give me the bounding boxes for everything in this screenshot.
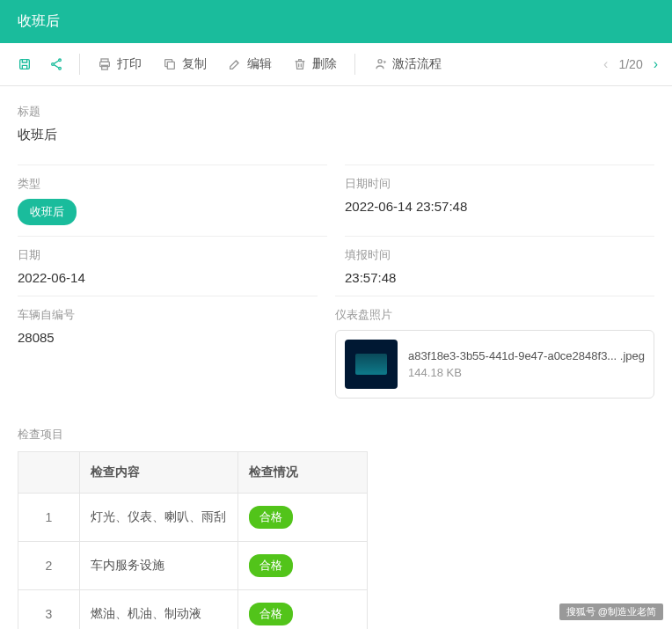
checklist-table: 检查内容 检查情况 1 灯光、仪表、喇叭、雨刮 合格 2 车内服务设施 合格 3… xyxy=(18,451,368,629)
table-header-status: 检查情况 xyxy=(238,452,368,494)
field-vehicle-no: 车辆自编号 28085 xyxy=(18,296,318,409)
field-type: 类型 收班后 xyxy=(18,165,327,236)
row-content: 车内服务设施 xyxy=(80,542,238,590)
checklist-title: 检查项目 xyxy=(18,427,654,442)
row-status: 合格 xyxy=(238,542,368,590)
row-index: 2 xyxy=(18,542,80,590)
toolbar-divider xyxy=(354,54,355,75)
activate-button[interactable]: 激活流程 xyxy=(364,51,450,77)
save-icon-button[interactable] xyxy=(11,50,39,78)
svg-rect-7 xyxy=(167,62,174,69)
print-icon xyxy=(98,57,112,71)
copy-button[interactable]: 复制 xyxy=(154,51,215,77)
next-page-button[interactable]: › xyxy=(650,53,661,76)
field-report-time: 填报时间 23:57:48 xyxy=(345,236,654,296)
svg-point-8 xyxy=(378,60,382,63)
page-title: 收班后 xyxy=(18,13,60,28)
file-thumbnail xyxy=(345,340,398,389)
svg-point-3 xyxy=(59,67,62,69)
page-header: 收班后 xyxy=(0,0,672,43)
file-name: a83f18e3-3b55-441d-9e47-a0ce2848f3... .j… xyxy=(408,349,645,362)
delete-button[interactable]: 删除 xyxy=(284,51,346,77)
field-title: 标题 收班后 xyxy=(18,104,654,143)
field-value: 28085 xyxy=(18,330,318,345)
field-label: 类型 xyxy=(18,176,327,192)
field-label: 仪表盘照片 xyxy=(335,307,654,323)
delete-icon xyxy=(293,57,307,71)
edit-button[interactable]: 编辑 xyxy=(219,51,281,77)
table-header-index xyxy=(18,452,80,494)
status-badge: 合格 xyxy=(249,603,293,625)
print-button[interactable]: 打印 xyxy=(89,51,150,77)
table-header-content: 检查内容 xyxy=(80,452,238,494)
row-index: 3 xyxy=(18,590,80,630)
file-attachment[interactable]: a83f18e3-3b55-441d-9e47-a0ce2848f3... .j… xyxy=(335,330,654,399)
file-size: 144.18 KB xyxy=(408,366,645,379)
field-photo: 仪表盘照片 a83f18e3-3b55-441d-9e47-a0ce2848f3… xyxy=(335,296,654,409)
table-row: 1 灯光、仪表、喇叭、雨刮 合格 xyxy=(18,494,368,542)
field-value: 收班后 xyxy=(18,127,654,143)
field-value: 2022-06-14 23:57:48 xyxy=(345,199,654,214)
share-icon-button[interactable] xyxy=(42,50,70,78)
toolbar: 打印 复制 编辑 删除 激活流程 ‹ 1/20 › xyxy=(0,43,672,86)
field-label: 标题 xyxy=(18,104,654,120)
table-row: 2 车内服务设施 合格 xyxy=(18,542,368,590)
copy-icon xyxy=(163,57,177,71)
field-datetime: 日期时间 2022-06-14 23:57:48 xyxy=(345,165,654,236)
svg-point-2 xyxy=(52,63,55,66)
activate-icon xyxy=(373,57,387,71)
toolbar-divider xyxy=(79,54,80,75)
row-status: 合格 xyxy=(238,590,368,630)
field-date: 日期 2022-06-14 xyxy=(18,236,327,296)
prev-page-button[interactable]: ‹ xyxy=(600,53,611,76)
field-value: 2022-06-14 xyxy=(18,270,327,285)
row-content: 燃油、机油、制动液 xyxy=(80,590,238,630)
pagination-text: 1/20 xyxy=(618,57,642,71)
content-area: 标题 收班后 类型 收班后 日期时间 2022-06-14 23:57:48 日… xyxy=(0,86,672,629)
watermark: 搜狐号 @制造业老简 xyxy=(559,603,663,620)
svg-rect-0 xyxy=(20,60,30,69)
row-content: 灯光、仪表、喇叭、雨刮 xyxy=(80,494,238,542)
row-status: 合格 xyxy=(238,494,368,542)
edit-icon xyxy=(228,57,242,71)
status-badge: 合格 xyxy=(249,506,293,529)
field-value: 23:57:48 xyxy=(345,270,654,285)
status-badge: 合格 xyxy=(249,554,293,577)
field-label: 日期时间 xyxy=(345,176,654,192)
field-label: 日期 xyxy=(18,247,327,263)
field-label: 车辆自编号 xyxy=(18,307,318,323)
row-index: 1 xyxy=(18,494,80,542)
table-row: 3 燃油、机油、制动液 合格 xyxy=(18,590,368,630)
field-label: 填报时间 xyxy=(345,247,654,263)
svg-point-1 xyxy=(59,59,62,62)
type-badge: 收班后 xyxy=(18,199,77,225)
